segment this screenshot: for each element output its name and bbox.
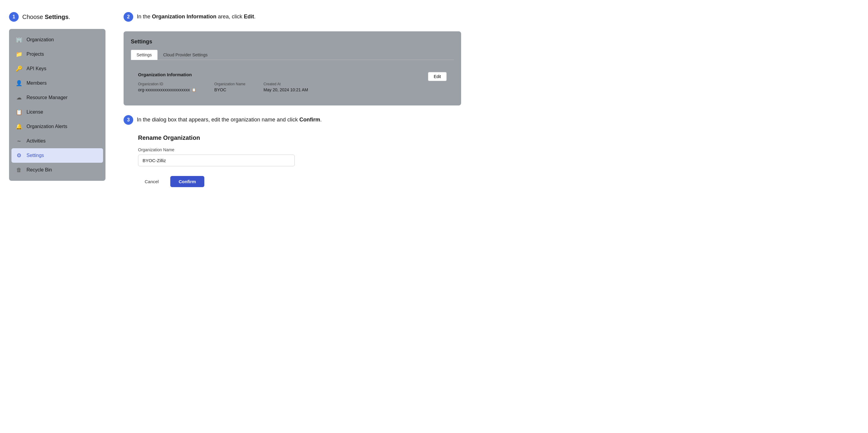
step1-badge: 1 [9,12,19,22]
sidebar: 🏢 Organization 📁 Projects 🔑 API Keys 👤 M… [9,29,105,181]
sidebar-item-label: Members [27,81,47,86]
sidebar-item-label: Projects [27,52,44,57]
sidebar-item-label: Activities [27,138,45,144]
sidebar-item-activities[interactable]: ~ Activities [9,134,105,148]
org-info-title: Organization Information [138,72,428,77]
step3-badge: 3 [124,115,133,125]
org-name-label: Organization Name [138,147,461,152]
org-field-name: Organization Name BYOC [214,82,245,92]
step2-row: 2 In the Organization Information area, … [124,12,461,22]
settings-icon: ⚙ [16,152,22,159]
api-keys-icon: 🔑 [16,65,22,72]
sidebar-item-label: Recycle Bin [27,167,52,173]
form-group-org-name: Organization Name [138,147,461,166]
sidebar-item-recycle-bin[interactable]: 🗑 Recycle Bin [9,163,105,177]
step1-heading: 1 Choose Settings. [9,12,112,22]
activities-icon: ~ [16,138,22,144]
rename-section: Rename Organization Organization Name Ca… [124,134,461,187]
step3-row: 3 In the dialog box that appears, edit t… [124,115,461,125]
org-field-id-label: Organization ID [138,82,196,86]
members-icon: 👤 [16,80,22,87]
org-field-name-value: BYOC [214,87,245,92]
step3-label: In the dialog box that appears, edit the… [137,115,321,123]
sidebar-item-license[interactable]: 📋 License [9,105,105,119]
sidebar-item-organization[interactable]: 🏢 Organization [9,33,105,47]
sidebar-item-api-keys[interactable]: 🔑 API Keys [9,61,105,76]
org-field-id: Organization ID org-xxxxxxxxxxxxxxxxxxxx… [138,82,196,92]
sidebar-item-label: API Keys [27,66,46,71]
organization-alerts-icon: 🔔 [16,123,22,130]
org-field-id-value: org-xxxxxxxxxxxxxxxxxxxxx 📋 [138,87,196,92]
settings-panel-title: Settings [131,38,454,45]
org-name-input[interactable] [138,155,295,166]
sidebar-item-resource-manager[interactable]: ☁ Resource Manager [9,90,105,105]
recycle-bin-icon: 🗑 [16,167,22,173]
tab-bar: Settings Cloud Provider Settings [131,50,454,60]
projects-icon: 📁 [16,51,22,58]
confirm-button[interactable]: Confirm [170,176,205,187]
sidebar-item-settings[interactable]: ⚙ Settings [11,148,103,163]
sidebar-item-label: License [27,110,43,115]
org-info-card: Organization Information Organization ID… [131,66,454,98]
org-info-fields: Organization ID org-xxxxxxxxxxxxxxxxxxxx… [138,82,428,92]
rename-dialog-title: Rename Organization [138,134,461,141]
edit-button[interactable]: Edit [428,72,447,81]
cancel-button[interactable]: Cancel [138,176,165,187]
form-actions: Cancel Confirm [138,176,461,187]
sidebar-item-projects[interactable]: 📁 Projects [9,47,105,61]
step2-badge: 2 [124,12,133,22]
step2-label: In the Organization Information area, cl… [137,12,255,20]
org-field-name-label: Organization Name [214,82,245,86]
sidebar-item-label: Resource Manager [27,95,67,100]
step1-label: Choose Settings. [22,13,70,21]
org-info-content: Organization Information Organization ID… [138,72,428,92]
tab-settings[interactable]: Settings [131,50,158,60]
org-field-created-value: May 20, 2024 10:21 AM [264,87,308,92]
sidebar-item-members[interactable]: 👤 Members [9,76,105,90]
copy-icon[interactable]: 📋 [192,88,196,92]
settings-panel: Settings Settings Cloud Provider Setting… [124,31,461,105]
tab-cloud-provider[interactable]: Cloud Provider Settings [158,50,213,60]
sidebar-item-label: Organization [27,37,54,42]
license-icon: 📋 [16,109,22,115]
sidebar-item-label: Settings [27,153,44,158]
sidebar-item-label: Organization Alerts [27,124,67,129]
org-field-created: Created At May 20, 2024 10:21 AM [264,82,308,92]
sidebar-item-organization-alerts[interactable]: 🔔 Organization Alerts [9,119,105,134]
resource-manager-icon: ☁ [16,94,22,101]
org-field-created-label: Created At [264,82,308,86]
organization-icon: 🏢 [16,36,22,43]
